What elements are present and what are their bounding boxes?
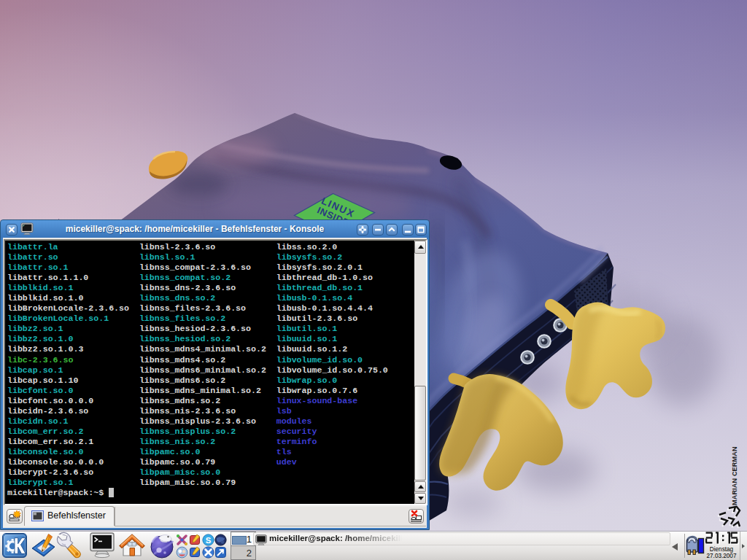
svg-text:S: S <box>206 536 212 545</box>
